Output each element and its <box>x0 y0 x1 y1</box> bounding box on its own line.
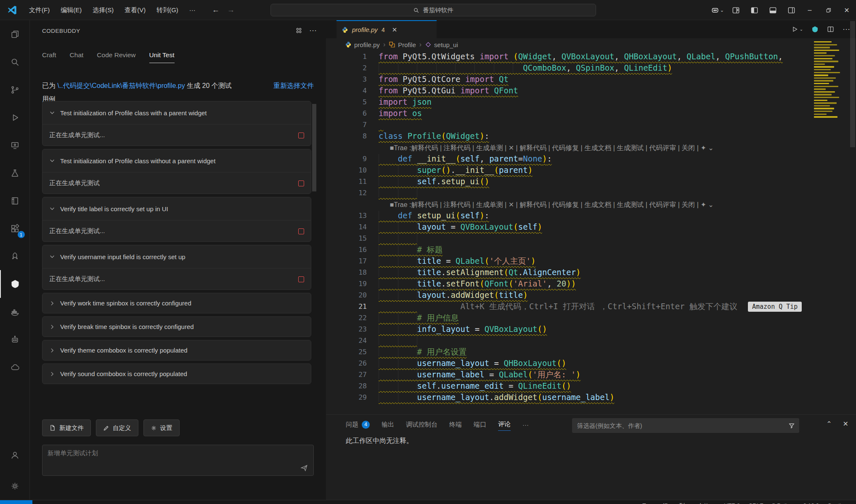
activity-search-icon[interactable] <box>0 48 30 76</box>
code-line[interactable]: 29 username_layout.addWidget(username_la… <box>326 392 856 403</box>
breadcrumb-setup_ui[interactable]: setup_ui <box>425 41 458 48</box>
new-file-button[interactable]: 新建文件 <box>42 419 91 436</box>
code-line[interactable]: 12 <box>326 187 856 199</box>
status-item[interactable]: CRLF <box>748 502 763 504</box>
back-arrow-icon[interactable]: ← <box>212 5 220 14</box>
editor-scrollbar[interactable] <box>850 21 855 147</box>
activity-docs-icon[interactable] <box>0 187 30 215</box>
code-area[interactable]: 1from PyQt5.QtWidgets import (QWidget, Q… <box>326 51 856 414</box>
test-card[interactable]: Verify username input field is correctly… <box>42 245 311 290</box>
status-item[interactable]: {} Python <box>772 502 795 504</box>
test-card[interactable]: Test initialization of Profile class wit… <box>42 149 311 194</box>
activity-explorer-icon[interactable] <box>0 20 30 48</box>
more-actions-icon[interactable]: ··· <box>309 26 317 35</box>
chevron-right-icon[interactable] <box>49 324 55 330</box>
test-card[interactable]: Test initialization of Profile class wit… <box>42 101 311 146</box>
panel-tab-端口[interactable]: 端口 <box>474 418 486 431</box>
code-line[interactable]: 28 self.username_edit = QLineEdit() <box>326 380 856 392</box>
panel-tab-终端[interactable]: 终端 <box>449 418 462 431</box>
status-item[interactable]: 空格: 4 <box>698 502 716 504</box>
code-line[interactable]: 7 <box>326 119 856 130</box>
code-line[interactable]: 21Amazon Q Tip Alt+K 生成代码，Ctrl+I 打开对话 ，C… <box>326 301 856 312</box>
code-line[interactable]: 9 def __init__(self, parent=None): <box>326 153 856 164</box>
code-line[interactable]: 14 layout = QVBoxLayout(self) <box>326 221 856 233</box>
code-line[interactable]: 15 <box>326 233 856 244</box>
tab-craft[interactable]: Craft <box>42 51 56 63</box>
code-line[interactable]: 25 # 用户名设置 <box>326 346 856 358</box>
codelens-row[interactable]: ■Trae :解释代码 | 注释代码 | 生成单测 | ✕ | 解释代码 | 代… <box>326 142 856 153</box>
breadcrumb-Profile[interactable]: Profile <box>389 41 416 48</box>
activity-tools-icon[interactable] <box>0 242 30 270</box>
code-line[interactable]: 23 info_layout = QVBoxLayout() <box>326 324 856 335</box>
test-card-header[interactable]: Verify username input field is correctly… <box>42 245 311 268</box>
minimap[interactable] <box>813 21 841 383</box>
test-card-header[interactable]: Test initialization of Profile class wit… <box>42 101 311 124</box>
code-line[interactable]: 27 username_label = QLabel('用户名: ') <box>326 369 856 380</box>
chevron-down-icon[interactable] <box>49 110 55 116</box>
chevron-down-icon[interactable] <box>49 254 55 260</box>
panel-tab-评论[interactable]: 评论 <box>498 418 511 431</box>
status-item[interactable]: UTF-8 <box>724 502 740 504</box>
code-line[interactable]: 19 title.setFont(QFont('Arial', 20)) <box>326 278 856 289</box>
chevron-down-icon[interactable] <box>49 158 55 164</box>
toggle-secondary-sidebar-icon[interactable] <box>782 0 800 20</box>
status-item[interactable]: ■ Trae <box>638 502 654 504</box>
activity-testing-icon[interactable] <box>0 159 30 187</box>
test-card-header[interactable]: Verify work time spinbox is correctly co… <box>42 293 311 313</box>
panel-tab-···[interactable]: ··· <box>522 418 529 431</box>
activity-ai-assistant-icon[interactable] <box>0 326 30 353</box>
chevron-down-icon[interactable] <box>49 206 55 212</box>
activity-remote-explorer-icon[interactable] <box>0 131 30 159</box>
code-line[interactable]: 16 # 标题 <box>326 244 856 255</box>
stop-generation-button[interactable] <box>298 276 304 282</box>
test-card[interactable]: Verify title label is correctly set up i… <box>42 197 311 242</box>
tab-chat[interactable]: Chat <box>70 51 84 63</box>
test-card[interactable]: Verify sound combobox is correctly popul… <box>42 363 311 384</box>
activity-extensions-icon[interactable]: 1 <box>0 215 30 242</box>
activity-source-control-icon[interactable] <box>0 76 30 103</box>
activity-account-icon[interactable] <box>0 441 30 469</box>
code-line[interactable]: 13 def setup_ui(self): <box>326 210 856 221</box>
toggle-panel-icon[interactable] <box>763 0 782 20</box>
menu-item-0[interactable]: 文件(F) <box>24 4 55 16</box>
chevron-right-icon[interactable] <box>49 371 55 377</box>
test-card-header[interactable]: Verify title label is correctly set up i… <box>42 197 311 220</box>
new-test-plan-input[interactable] <box>42 445 313 467</box>
test-card[interactable]: Verify theme combobox is correctly popul… <box>42 340 311 361</box>
customize-layout-icon[interactable] <box>726 0 745 20</box>
close-window-button[interactable]: ✕ <box>837 0 856 20</box>
menu-item-3[interactable]: 查看(V) <box>119 4 151 16</box>
panel-close-icon[interactable]: ✕ <box>843 420 848 428</box>
menu-item-4[interactable]: 转到(G) <box>151 4 184 16</box>
panel-tab-问题[interactable]: 问题4 <box>346 418 370 431</box>
code-line[interactable]: 1from PyQt5.QtWidgets import (QWidget, Q… <box>326 51 856 62</box>
code-line[interactable]: 5import json <box>326 96 856 108</box>
customize-button[interactable]: 自定义 <box>96 419 138 436</box>
activity-docker-icon[interactable] <box>0 298 30 326</box>
test-card[interactable]: Verify break time spinbox is correctly c… <box>42 316 311 337</box>
stop-generation-button[interactable] <box>298 133 304 138</box>
stop-generation-button[interactable] <box>298 228 304 234</box>
code-line[interactable]: 4from PyQt5.QtGui import QFont <box>326 85 856 96</box>
run-button[interactable]: ⌄ <box>791 26 803 33</box>
code-line[interactable]: 18 title.setAlignment(Qt.AlignCenter) <box>326 267 856 278</box>
menu-item-1[interactable]: 编辑(E) <box>55 4 87 16</box>
code-line[interactable]: 11 self.setup_ui() <box>326 176 856 187</box>
code-line[interactable]: 2 QComboBox, QSpinBox, QLineEdit) <box>326 62 856 74</box>
dock-panel-icon[interactable] <box>295 27 302 34</box>
code-line[interactable]: 3from PyQt5.QtCore import Qt <box>326 74 856 85</box>
test-card-header[interactable]: Verify sound combobox is correctly popul… <box>42 364 311 384</box>
send-icon[interactable] <box>300 464 308 472</box>
chevron-right-icon[interactable] <box>49 347 55 353</box>
code-line[interactable]: 17 title = QLabel('个人主页') <box>326 255 856 267</box>
file-path-link[interactable]: \..代码提交\CodeLink\番茄钟软件\profile.py <box>57 82 185 89</box>
panel-tab-输出[interactable]: 输出 <box>382 418 394 431</box>
code-line[interactable]: 22 # 用户信息 <box>326 312 856 324</box>
forward-arrow-icon[interactable]: → <box>227 5 235 14</box>
status-item[interactable]: 行 21, 列 9 <box>663 502 690 504</box>
copilot-chevron-icon[interactable]: ⌄ <box>720 8 724 13</box>
filter-funnel-icon[interactable] <box>788 422 795 429</box>
global-search-box[interactable]: 番茄钟软件 <box>270 4 596 16</box>
code-line[interactable]: 20 layout.addWidget(title) <box>326 289 856 301</box>
minimize-button[interactable]: – <box>800 0 819 20</box>
